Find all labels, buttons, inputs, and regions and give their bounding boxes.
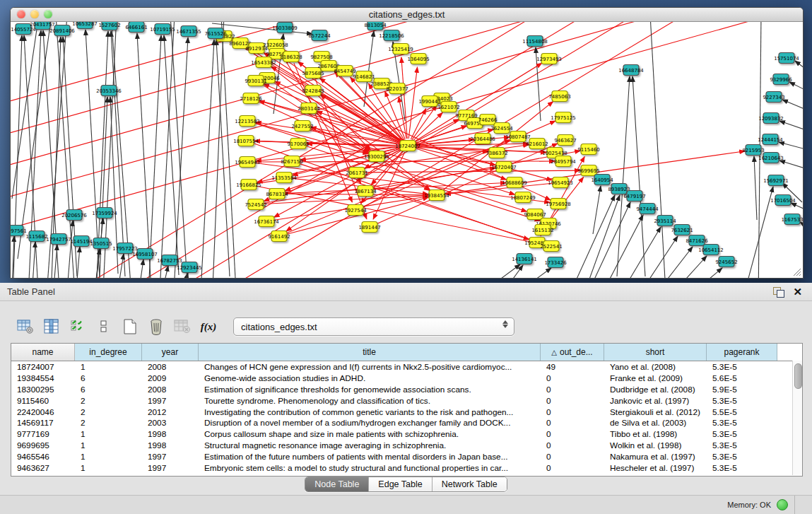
table-cell-indegree[interactable]: 2: [75, 407, 142, 417]
graph-node[interactable]: 15692971: [763, 175, 789, 186]
float-panel-icon[interactable]: [773, 287, 784, 297]
table-row[interactable]: 946362711997Embryonic stem cells: a mode…: [11, 462, 802, 474]
table-cell-year[interactable]: 2009: [142, 373, 199, 383]
table-cell-pagerank[interactable]: 5.3E-5: [707, 463, 777, 473]
table-settings-button[interactable]: [16, 316, 35, 337]
graph-node[interactable]: 1145194: [70, 236, 93, 247]
graph-node[interactable]: 1733426: [544, 257, 567, 268]
network-window-titlebar[interactable]: citations_edges.txt: [11, 8, 803, 22]
tab-edge-table[interactable]: Edge Table: [369, 477, 432, 491]
table-cell-name[interactable]: 9463627: [11, 463, 75, 473]
graph-node[interactable]: 6479197: [623, 191, 645, 201]
column-header-year[interactable]: year: [142, 344, 199, 361]
network-view-window[interactable]: citations_edges.txt: [10, 7, 804, 279]
table-cell-indegree[interactable]: 2: [75, 418, 142, 428]
graph-node[interactable]: 12444154: [758, 134, 783, 145]
table-cell-title[interactable]: Estimation of significance thresholds fo…: [199, 385, 541, 395]
zoom-window-icon[interactable]: [44, 10, 52, 18]
table-cell-short[interactable]: Stergiakouli et al. (2012): [604, 407, 707, 417]
table-cell-year[interactable]: 2003: [142, 418, 199, 428]
graph-node[interactable]: 8220377: [386, 83, 408, 94]
graph-node[interactable]: 7615526: [204, 28, 227, 39]
graph-node[interactable]: 2061731: [346, 168, 367, 178]
column-header-outde[interactable]: △out_de...: [541, 344, 604, 361]
tab-node-table[interactable]: Node Table: [305, 477, 369, 491]
graph-node[interactable]: 12923445: [177, 262, 202, 273]
graph-node[interactable]: 19166825: [236, 180, 261, 190]
graph-node[interactable]: 9930131: [245, 76, 266, 86]
graph-node[interactable]: 20364486: [470, 134, 495, 144]
graph-node[interactable]: 9397561: [11, 226, 27, 236]
graph-node[interactable]: 20353346: [96, 86, 122, 96]
graph-node[interactable]: 1364095: [407, 54, 429, 64]
graph-node[interactable]: 2803144: [298, 103, 320, 114]
table-cell-indegree[interactable]: 1: [75, 362, 142, 372]
graph-node[interactable]: 1621072: [437, 102, 459, 112]
table-cell-year[interactable]: 1997: [142, 452, 199, 462]
graph-node[interactable]: 7632621: [671, 225, 693, 235]
graph-node[interactable]: 8678314: [266, 189, 288, 199]
table-row[interactable]: 969969511998Structural magnetic resonanc…: [11, 440, 802, 451]
table-cell-name[interactable]: 14569117: [11, 418, 75, 428]
table-cell-title[interactable]: Estimation of the future numbers of pati…: [199, 452, 541, 462]
table-cell-title[interactable]: Changes of HCN gene expression and I(f) …: [199, 362, 541, 372]
graph-node[interactable]: 17942757: [46, 234, 71, 245]
table-cell-short[interactable]: Franke et al. (2009): [604, 373, 707, 383]
table-cell-pagerank[interactable]: 5.5E-5: [707, 407, 777, 417]
table-cell-name[interactable]: 18724007: [11, 362, 75, 372]
table-cell-outde[interactable]: 0: [541, 418, 604, 428]
graph-node[interactable]: 9227343: [763, 92, 784, 103]
table-row[interactable]: 1872400712008Changes of HCN gene express…: [11, 361, 802, 373]
graph-node[interactable]: 9146821: [353, 71, 375, 82]
table-cell-short[interactable]: Wolkin et al. (1998): [604, 440, 707, 450]
graph-node[interactable]: 16648784: [618, 65, 644, 76]
graph-node[interactable]: 6216012: [526, 139, 548, 149]
column-header-name[interactable]: name: [11, 344, 75, 361]
graph-node[interactable]: 14671355: [176, 26, 201, 37]
table-cell-outde[interactable]: 49: [541, 362, 604, 372]
table-cell-indegree[interactable]: 2: [75, 396, 142, 406]
close-panel-icon[interactable]: ✕: [793, 287, 802, 297]
graph-node[interactable]: 9170061: [287, 139, 309, 149]
table-cell-year[interactable]: 1997: [142, 396, 199, 406]
graph-node[interactable]: 12213583: [235, 116, 260, 127]
graph-node[interactable]: 1615132: [531, 225, 553, 235]
graph-node[interactable]: 1867134: [354, 186, 377, 197]
table-row[interactable]: 1938455462009Genome-wide association stu…: [11, 373, 802, 384]
graph-node[interactable]: 9115460: [577, 144, 599, 155]
graph-node[interactable]: 8572244: [308, 30, 331, 41]
table-row[interactable]: 2242004622012Investigating the contribut…: [11, 407, 802, 418]
graph-node[interactable]: 1640954: [591, 175, 613, 185]
table-cell-short[interactable]: Dudbridge et al. (2008): [604, 385, 707, 395]
table-cell-pagerank[interactable]: 5.9E-5: [707, 385, 777, 395]
graph-node[interactable]: 2522541: [540, 241, 562, 252]
minimize-window-icon[interactable]: [30, 10, 39, 18]
column-header-short[interactable]: short: [604, 344, 707, 361]
graph-node[interactable]: 16736174: [254, 216, 279, 227]
table-cell-short[interactable]: Hescheler et al. (1997): [604, 463, 707, 473]
graph-node[interactable]: 18807249: [510, 192, 536, 203]
graph-node[interactable]: 1115682: [25, 231, 47, 242]
graph-node[interactable]: 9161492: [268, 231, 290, 242]
graph-node[interactable]: 12093832: [758, 113, 784, 124]
table-cell-indegree[interactable]: 6: [75, 373, 142, 383]
row-chooser-button[interactable]: [94, 316, 114, 337]
table-cell-indegree[interactable]: 1: [75, 463, 142, 473]
table-cell-outde[interactable]: 0: [541, 429, 604, 439]
table-cell-indegree[interactable]: 1: [75, 440, 142, 450]
graph-node[interactable]: 1350515: [90, 238, 112, 249]
delete-column-button[interactable]: [146, 316, 166, 337]
column-header-pagerank[interactable]: pagerank: [707, 344, 777, 361]
table-cell-name[interactable]: 9465546: [11, 452, 75, 462]
graph-node[interactable]: 18107554: [233, 136, 259, 146]
graph-node[interactable]: 8267150: [281, 156, 302, 167]
table-cell-name[interactable]: 22420046: [11, 407, 75, 417]
table-cell-title[interactable]: Corpus callosum shape and size in male p…: [199, 429, 541, 439]
table-cell-short[interactable]: de Silva et al. (2003): [604, 418, 707, 428]
table-cell-year[interactable]: 1997: [142, 463, 199, 473]
table-cell-outde[interactable]: 0: [541, 452, 604, 462]
network-canvas[interactable]: 1872400774638228960128891293423226058982…: [11, 22, 803, 278]
table-cell-title[interactable]: Structural magnetic resonance image aver…: [199, 440, 541, 450]
table-cell-pagerank[interactable]: 5.3E-5: [707, 362, 777, 372]
table-cell-name[interactable]: 9777169: [11, 429, 75, 439]
